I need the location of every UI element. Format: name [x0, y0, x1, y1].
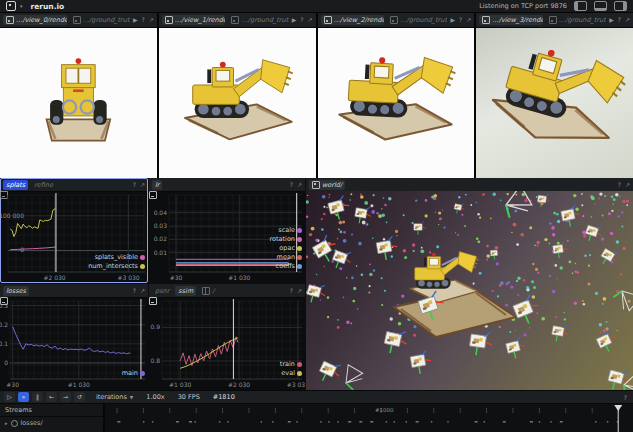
tab-refine[interactable]: refine: [31, 180, 56, 190]
tab-psnr[interactable]: psnr: [152, 286, 172, 296]
playback-fps[interactable]: 30 FPS: [178, 393, 200, 401]
expand-icon[interactable]: ↗: [149, 17, 154, 23]
play-icon[interactable]: ▶: [133, 17, 138, 23]
help-icon[interactable]: ?: [459, 17, 462, 23]
play-icon[interactable]: ▶: [292, 17, 297, 23]
series-color-dot: [297, 371, 302, 376]
legend-item-rotation[interactable]: rotation: [270, 235, 303, 243]
image-icon: [73, 16, 81, 24]
timeline-selector[interactable]: iterations: [96, 393, 127, 401]
legend-item-train[interactable]: train: [280, 360, 302, 368]
legend-item-opac[interactable]: opac: [279, 244, 302, 252]
world-panel: world/ ?↗: [306, 178, 633, 390]
svg-text:#30: #30: [170, 274, 183, 281]
series-color-dot: [297, 264, 302, 269]
expand-icon[interactable]: ↗: [140, 288, 145, 294]
legend-item-num_intersects[interactable]: num_intersects: [88, 262, 145, 270]
expand-icon[interactable]: ↗: [297, 288, 302, 294]
follow-latest-button[interactable]: »: [18, 392, 29, 402]
svg-text:0.01: 0.01: [154, 249, 168, 256]
splats-chart[interactable]: 100 0000#2 030#3 030splats_visiblenum_in…: [0, 191, 148, 283]
playback-bar: ▷ » ‖ ← → ↺ iterations ▼ 1.00x 30 FPS #1…: [0, 390, 633, 403]
image-icon: [231, 16, 239, 24]
losses-panel-titlebar: losses ?↗: [0, 284, 148, 298]
expand-icon[interactable]: ↗: [466, 17, 471, 23]
stream-row-losses[interactable]: ▸ losses/: [0, 417, 103, 427]
toggle-left-panel-icon[interactable]: [574, 1, 587, 11]
svg-text:#2 030: #2 030: [43, 274, 65, 281]
help-icon[interactable]: ?: [142, 17, 145, 23]
disclosure-triangle-icon[interactable]: ▸: [5, 420, 8, 426]
toggle-bottom-panel-icon[interactable]: [594, 1, 607, 11]
legend-item-coeffs[interactable]: coeffs: [276, 262, 302, 270]
expand-icon[interactable]: ↗: [625, 182, 630, 188]
tab-view1-render[interactable]: …/view_1/render: [162, 15, 226, 25]
help-icon[interactable]: ?: [618, 182, 621, 188]
view-2-image[interactable]: [318, 28, 475, 178]
play-button[interactable]: ▷: [4, 392, 15, 402]
toggle-right-panel-icon[interactable]: [614, 1, 627, 11]
world-scene-svg: [306, 191, 633, 390]
play-icon[interactable]: ▶: [609, 17, 614, 23]
step-back-button[interactable]: ←: [46, 392, 57, 402]
playback-speed[interactable]: 1.00x: [146, 393, 164, 401]
help-icon[interactable]: ?: [624, 394, 627, 401]
pause-button[interactable]: ‖: [32, 392, 43, 402]
step-forward-button[interactable]: →: [60, 392, 71, 402]
ssim-chart[interactable]: 0.90.8#1 030#2 030#3 030traineval: [149, 297, 305, 390]
legend-item-mean[interactable]: mean: [277, 253, 302, 261]
lr-chart[interactable]: 0.040.030.020.01#30#1 030scalerotationop…: [149, 191, 305, 283]
tab-view0-render[interactable]: …/view_0/render: [3, 15, 67, 25]
svg-text:#1 030: #1 030: [169, 381, 191, 388]
svg-text:#3 030: #3 030: [287, 381, 305, 388]
view-3-image[interactable]: [476, 28, 633, 178]
brand-title: rerun.io: [31, 2, 65, 11]
legend-item-splats_visible[interactable]: splats_visible: [95, 253, 145, 261]
tab-ssim[interactable]: ssim: [175, 286, 196, 296]
chevron-down-icon[interactable]: ▼: [130, 395, 133, 400]
tab-slash[interactable]: /: [199, 286, 217, 296]
legend-item-scale[interactable]: scale: [278, 226, 302, 234]
svg-text:#1000: #1000: [375, 407, 394, 413]
svg-text:#2 030: #2 030: [228, 381, 250, 388]
world-panel-titlebar: world/ ?↗: [306, 178, 633, 192]
svg-text:0.02: 0.02: [154, 235, 168, 242]
view-0-image[interactable]: [0, 28, 157, 178]
tab-view3-ground-truth[interactable]: …/ground_truth: [546, 15, 606, 25]
world-3d-scene[interactable]: [306, 191, 633, 390]
tab-splats[interactable]: splats: [3, 180, 28, 190]
view-1-panel: …/view_1/render …/ground_truth ▶?↗: [159, 13, 316, 178]
expand-icon[interactable]: ↗: [307, 17, 312, 23]
streams-header: Streams: [0, 404, 103, 417]
streams-panel: Streams ▸ losses/: [0, 403, 103, 432]
legend-item-eval[interactable]: eval: [281, 369, 302, 377]
streams-timeline[interactable]: #1000: [103, 403, 633, 432]
help-icon[interactable]: ?: [300, 17, 303, 23]
tab-view0-ground-truth[interactable]: …/ground_truth: [70, 15, 130, 25]
losses-chart[interactable]: 0.30.20.10#30#1 030main: [0, 297, 148, 390]
legend-item-main[interactable]: main: [122, 369, 145, 377]
tab-lr[interactable]: lr: [152, 180, 162, 190]
tab-view3-render[interactable]: …/view_3/render: [479, 15, 543, 25]
tab-world[interactable]: world/: [309, 180, 345, 190]
view-1-tabbar: …/view_1/render …/ground_truth ▶?↗: [159, 13, 316, 28]
play-icon[interactable]: ▶: [450, 17, 455, 23]
image-icon: [482, 16, 490, 24]
menu-caret-icon[interactable]: ▾: [20, 4, 23, 9]
help-icon[interactable]: ?: [290, 288, 293, 294]
tab-view2-render[interactable]: …/view_2/render: [321, 15, 385, 25]
tab-losses[interactable]: losses: [3, 286, 29, 296]
bulldozer-front-render: [0, 28, 157, 178]
help-icon[interactable]: ?: [133, 288, 136, 294]
help-icon[interactable]: ?: [618, 17, 621, 23]
tab-view1-ground-truth[interactable]: …/ground_truth: [228, 15, 288, 25]
expand-icon[interactable]: ↗: [297, 182, 302, 188]
tab-view2-ground-truth[interactable]: …/ground_truth: [387, 15, 447, 25]
rerun-logo-icon[interactable]: [6, 1, 16, 11]
expand-icon[interactable]: ↗: [625, 17, 630, 23]
expand-icon[interactable]: ↗: [140, 182, 145, 188]
help-icon[interactable]: ?: [133, 182, 136, 188]
view-1-image[interactable]: [159, 28, 316, 178]
help-icon[interactable]: ?: [290, 182, 293, 188]
loop-button[interactable]: ↺: [74, 392, 85, 402]
